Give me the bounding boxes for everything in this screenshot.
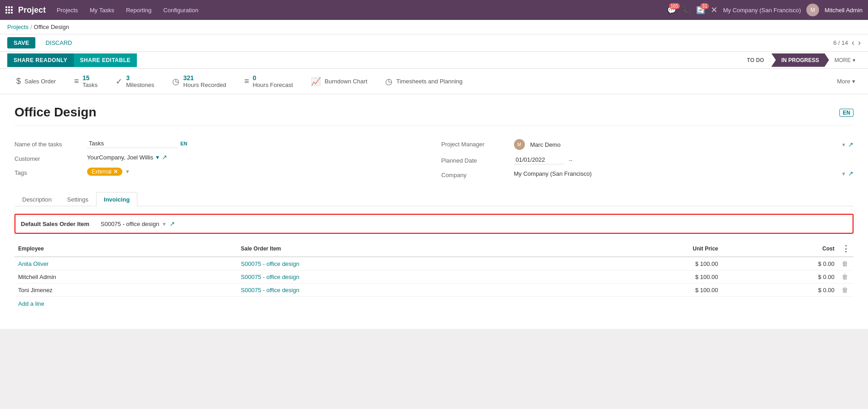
hours-forecast-count: 0 [252, 74, 256, 82]
tag-remove-icon[interactable]: ✕ [113, 168, 118, 175]
default-so-field: Default Sales Order Item S00075 - office… [15, 214, 853, 234]
planned-date-input[interactable] [514, 155, 564, 164]
menu-my-tasks[interactable]: My Tasks [84, 4, 120, 16]
timesheets-button[interactable]: ◷ Timesheets and Planning [376, 71, 471, 92]
customer-label: Customer [15, 154, 87, 162]
menu-configuration[interactable]: Configuration [158, 4, 204, 16]
sale-order-1[interactable]: S00075 - office design [241, 260, 299, 267]
activity-icon-container[interactable]: 🔄 31 [696, 6, 705, 14]
tab-invoicing[interactable]: Invoicing [96, 192, 137, 207]
tags-row: Tags External ✕ ▾ [15, 165, 427, 179]
hours-recorded-button[interactable]: ◷ 321 Hours Recorded [163, 69, 235, 94]
name-of-tasks-label: Name of the tasks [15, 139, 87, 148]
project-title: Office Design [15, 105, 832, 120]
milestones-label: Milestones [126, 82, 154, 88]
cost-1: $ 0.00 [722, 257, 838, 270]
phone-icon[interactable]: 📞 [682, 6, 691, 14]
share-readonly-button[interactable]: SHARE READONLY [7, 53, 74, 67]
col-options-header: ⋮ [838, 241, 853, 257]
lang-badge[interactable]: EN [839, 109, 853, 117]
clock-icon: ◷ [172, 77, 179, 87]
manager-dropdown-icon[interactable]: ▾ [842, 141, 845, 148]
status-bar: SHARE READONLY SHARE EDITABLE TO DO IN P… [0, 52, 868, 69]
top-icons: 💬 165 📞 🔄 31 ✕ My Company (San Francisco… [667, 4, 863, 16]
name-of-tasks-row: Name of the tasks EN [15, 136, 427, 151]
stage-more[interactable]: MORE ▾ [829, 53, 861, 67]
tasks-label: Tasks [82, 82, 97, 88]
customer-dropdown-icon[interactable]: ▾ [156, 154, 159, 161]
tags-dropdown-icon[interactable]: ▾ [126, 168, 129, 175]
employee-1[interactable]: Anita Oliver [18, 260, 48, 267]
grid-menu-icon[interactable] [5, 6, 13, 14]
default-so-label: Default Sales Order Item [21, 221, 93, 227]
tasks-icon: ≡ [74, 77, 79, 86]
tab-settings[interactable]: Settings [59, 192, 96, 207]
breadcrumb: Projects / Office Design [0, 20, 868, 34]
sale-order-3[interactable]: S00075 - office design [241, 287, 299, 294]
stage-in-progress[interactable]: IN PROGRESS [771, 53, 829, 67]
close-icon[interactable]: ✕ [711, 5, 718, 15]
sales-order-button[interactable]: $ Sales Order [7, 71, 65, 91]
project-form: Name of the tasks EN Customer YourCompan… [15, 136, 853, 181]
action-bar: SAVE DISCARD 6 / 14 ‹ › [0, 34, 868, 52]
avatar[interactable]: M [806, 4, 819, 16]
unit-price-3: $ 100.00 [561, 284, 722, 297]
save-button[interactable]: SAVE [7, 37, 35, 48]
employee-3: Toni Jimenez [18, 287, 53, 294]
date-arrow-icon: → [567, 157, 573, 164]
burndown-button[interactable]: 📈 Burndown Chart [302, 71, 376, 92]
tasks-lang: EN [180, 141, 187, 146]
hours-recorded-count: 321 [183, 74, 194, 82]
tags-label: Tags [15, 168, 87, 176]
smart-more-button[interactable]: More ▾ [831, 72, 861, 90]
forecast-icon: ≡ [244, 77, 249, 86]
milestones-button[interactable]: ✓ 3 Milestones [107, 69, 163, 94]
project-manager-label: Project Manager [441, 139, 514, 148]
hours-forecast-button[interactable]: ≡ 0 Hours Forecast [235, 69, 302, 94]
add-line-button[interactable]: Add a line [15, 297, 48, 311]
delete-row-2-icon[interactable]: 🗑 [842, 273, 848, 280]
col-cost: Cost [722, 241, 838, 257]
customer-row: Customer YourCompany, Joel Willis ▾ ↗ [15, 151, 427, 165]
chevron-down-icon-smart: ▾ [852, 78, 855, 85]
tag-external: External ✕ [87, 168, 122, 176]
menu-projects[interactable]: Projects [51, 4, 83, 16]
prev-button[interactable]: ‹ [852, 38, 854, 48]
share-editable-button[interactable]: SHARE EDITABLE [74, 53, 137, 67]
company-ext-link-icon[interactable]: ↗ [848, 170, 853, 177]
name-of-tasks-input[interactable] [87, 139, 178, 148]
customer-value: YourCompany, Joel Willis [87, 154, 153, 161]
col-sale-order: Sale Order Item [237, 241, 561, 257]
stages: TO DO IN PROGRESS MORE ▾ [740, 53, 861, 67]
default-so-ext-link-icon[interactable]: ↗ [170, 220, 175, 227]
default-so-value: S00075 - office design [101, 221, 159, 227]
next-button[interactable]: › [858, 38, 861, 48]
tabs: Description Settings Invoicing [15, 192, 853, 207]
company-dropdown-icon[interactable]: ▾ [842, 170, 845, 177]
menu-reporting[interactable]: Reporting [121, 4, 157, 16]
unit-price-1: $ 100.00 [561, 257, 722, 270]
manager-ext-link-icon[interactable]: ↗ [848, 141, 853, 148]
project-manager-row: Project Manager M Marc Demo ▾ ↗ [441, 136, 854, 153]
chat-icon-container[interactable]: 💬 165 [667, 6, 676, 14]
tab-description[interactable]: Description [15, 192, 59, 207]
delete-row-3-icon[interactable]: 🗑 [842, 286, 848, 294]
manager-avatar: M [514, 139, 525, 150]
discard-button[interactable]: DISCARD [39, 37, 78, 48]
column-options-icon[interactable]: ⋮ [842, 244, 850, 253]
customer-ext-link-icon[interactable]: ↗ [162, 154, 167, 161]
default-so-dropdown-icon[interactable]: ▾ [163, 221, 166, 227]
user-name: Mitchell Admin [824, 7, 863, 14]
hours-recorded-label: Hours Recorded [183, 82, 226, 88]
hours-forecast-label: Hours Forecast [252, 82, 293, 88]
breadcrumb-parent[interactable]: Projects [7, 24, 29, 30]
sale-order-2[interactable]: S00075 - office design [241, 274, 299, 280]
app-name: Project [18, 5, 46, 15]
stage-todo[interactable]: TO DO [740, 53, 771, 67]
top-navigation: Project Projects My Tasks Reporting Conf… [0, 0, 868, 20]
burndown-label: Burndown Chart [325, 78, 367, 85]
tasks-button[interactable]: ≡ 15 Tasks [65, 69, 107, 94]
delete-row-1-icon[interactable]: 🗑 [842, 260, 848, 267]
timesheets-icon: ◷ [385, 77, 393, 87]
planned-date-label: Planned Date [441, 155, 514, 164]
